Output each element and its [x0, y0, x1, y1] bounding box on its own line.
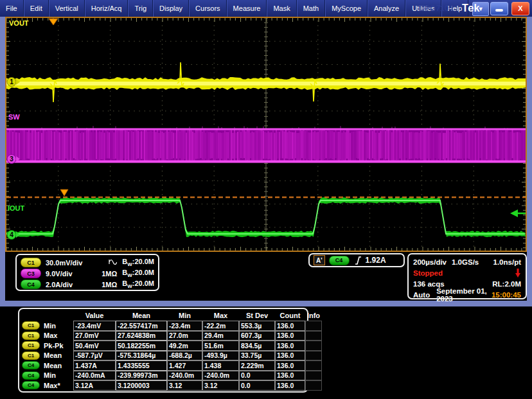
- resolution: 1.0ns/pt: [493, 258, 521, 266]
- channel4-badge: C4: [21, 279, 41, 289]
- measurement-cell-stdev: 0.0: [239, 380, 275, 391]
- channel1-position-marker[interactable]: 1: [6, 77, 21, 87]
- waveform-display: VOUT SW IOUT 1 3 4: [5, 17, 527, 252]
- menu-item-math[interactable]: Math: [297, 0, 325, 17]
- header-mean: Mean: [116, 312, 167, 319]
- measurement-name: Min: [44, 371, 56, 379]
- measurement-channel-badge: C4: [22, 381, 40, 389]
- svg-text:1: 1: [10, 78, 13, 85]
- menu-item-vertical[interactable]: Vertical: [49, 0, 85, 17]
- menu-item-trig[interactable]: Trig: [128, 0, 153, 17]
- measurement-channel-badge: C1: [22, 341, 40, 350]
- menu-item-horizacq[interactable]: Horiz/Acq: [85, 0, 129, 17]
- measurement-cell-value: 3.12A: [73, 380, 116, 391]
- measurement-cell-info: [305, 360, 322, 371]
- measurement-cell-mean: 1.4335555: [116, 360, 167, 371]
- measurement-cell-min: 27.0m: [167, 331, 202, 341]
- timebase-panel: 200µs/div 1.0GS/s 1.0ns/pt Stopped 136 a…: [407, 253, 527, 299]
- desktop-strip-left: [0, 17, 5, 301]
- measurement-name: Pk-Pk: [44, 342, 64, 350]
- acquisition-status: Stopped: [413, 269, 443, 277]
- trigger-mode: Auto: [413, 291, 430, 299]
- measurement-cell-info: [305, 321, 322, 331]
- model-label: DPO7104: [419, 4, 453, 13]
- menu-item-myscope[interactable]: MyScope: [325, 0, 368, 17]
- trace-label-iout: IOUT: [8, 204, 24, 212]
- measurement-cell-mean: -22.557417m: [116, 321, 167, 331]
- measurement-cell-mean: 27.624838m: [116, 331, 167, 341]
- menu-item-display[interactable]: Display: [153, 0, 189, 17]
- channel3-scale: 9.0V/div: [46, 270, 94, 278]
- desktop-strip-right: [527, 17, 532, 301]
- channel4-impedance: 1MΩ: [94, 281, 117, 288]
- measurement-cell-stdev: 553.3µ: [239, 321, 275, 331]
- measurement-cell-value: -240.0mA: [73, 371, 116, 381]
- waveform-canvas: [6, 18, 526, 251]
- channel4-position-marker[interactable]: 4: [6, 230, 21, 240]
- measurement-cell-stdev: 607.3µ: [239, 331, 275, 341]
- menu-item-analyze[interactable]: Analyze: [368, 0, 405, 17]
- date-label: September 01, 2023: [436, 287, 492, 303]
- measurement-name: Min: [44, 322, 56, 330]
- minimize-button[interactable]: [490, 2, 508, 15]
- channel4-bandwidth: BW:20.0M: [122, 279, 154, 289]
- measurement-cell-min: 3.12: [167, 380, 202, 391]
- measurement-cell-count: 136.0: [275, 341, 305, 351]
- time-label: 15:00:45: [492, 291, 521, 299]
- menu-item-measure[interactable]: Measure: [227, 0, 267, 17]
- measurement-row: C4Mean1.437A1.43355551.4271.4382.229m136…: [22, 360, 305, 371]
- svg-text:4: 4: [10, 231, 13, 238]
- measurement-cell-max: -240.0m: [202, 371, 239, 381]
- svg-text:3: 3: [10, 155, 13, 163]
- measurement-row: C1Pk-Pk50.4mV50.182255m49.2m51.6m834.5µ1…: [22, 341, 305, 351]
- measurement-cell-max: 51.6m: [202, 341, 239, 351]
- measurement-table: Value Mean Min Max St Dev Count Info C1M…: [18, 308, 308, 393]
- measurement-cell-stdev: 834.5µ: [239, 341, 275, 351]
- measurement-row: C4Max*3.12A3.12000033.123.120.0136.0: [22, 380, 305, 391]
- trigger-source-badge: C4: [329, 256, 350, 265]
- channel3-badge: C3: [21, 269, 41, 278]
- channel1-readout[interactable]: C1 30.0mV/div BW:20.0M: [21, 257, 154, 268]
- trigger-level: 1.92A: [366, 256, 386, 265]
- ac-coupling-icon: [94, 258, 117, 267]
- channel3-position-marker[interactable]: 3: [6, 154, 21, 164]
- header-stdev: St Dev: [239, 312, 275, 319]
- sample-rate: 1.0GS/s: [452, 258, 479, 266]
- measurement-cell-count: 136.0: [275, 321, 305, 331]
- measurement-cell-value: -587.7µV: [73, 351, 116, 361]
- measurement-cell-info: [305, 380, 322, 391]
- header-value: Value: [73, 312, 116, 319]
- header-info: Info: [305, 312, 322, 319]
- menu-item-file[interactable]: File: [0, 0, 24, 17]
- measurement-row: C4Min-240.0mA-239.99973m-240.0m-240.0m0.…: [22, 371, 305, 381]
- close-button[interactable]: X: [511, 2, 529, 15]
- close-icon: X: [518, 4, 522, 12]
- channel3-readout[interactable]: C3 9.0V/div 1MΩ BW:20.0M: [21, 268, 154, 279]
- measurement-cell-mean: -239.99973m: [116, 371, 167, 381]
- channel1-badge: C1: [21, 258, 41, 267]
- measurement-cell-info: [305, 341, 322, 351]
- measurement-channel-badge: C1: [22, 332, 40, 340]
- measurement-cell-value: 27.0mV: [73, 331, 116, 341]
- measurement-cell-mean: 3.1200003: [116, 380, 167, 391]
- measurement-cell-info: [305, 351, 322, 361]
- trigger-readout-panel[interactable]: A' C4 1.92A: [308, 253, 405, 267]
- channel4-readout[interactable]: C4 2.0A/div 1MΩ BW:20.0M: [21, 279, 154, 290]
- menu-item-cursors[interactable]: Cursors: [189, 0, 227, 17]
- measurement-row: C1Mean-587.7µV-575.31864µ-688.2µ-493.9µ3…: [22, 351, 305, 361]
- measurement-cell-count: 136.0: [275, 371, 305, 381]
- measurement-cell-max: 1.438: [202, 360, 239, 371]
- measurement-cell-stdev: 2.229m: [239, 360, 275, 371]
- menu-item-edit[interactable]: Edit: [24, 0, 49, 17]
- measurement-cell-min: 49.2m: [167, 341, 202, 351]
- measurement-name: Mean: [44, 362, 62, 369]
- measurement-cell-min: 1.427: [167, 360, 202, 371]
- rising-edge-icon: [354, 256, 362, 265]
- measurement-cell-min: -240.0m: [167, 371, 202, 381]
- measurement-row: C1Min-23.4mV-22.557417m-23.4m-22.2m553.3…: [22, 321, 305, 331]
- channel1-scale: 30.0mV/div: [46, 259, 94, 267]
- record-length: RL:2.0M: [492, 280, 521, 288]
- measurement-cell-stdev: 0.0: [239, 371, 275, 381]
- channel-readout-panel: C1 30.0mV/div BW:20.0M C3 9.0V/div 1MΩ B…: [15, 254, 159, 291]
- menu-item-mask[interactable]: Mask: [267, 0, 296, 17]
